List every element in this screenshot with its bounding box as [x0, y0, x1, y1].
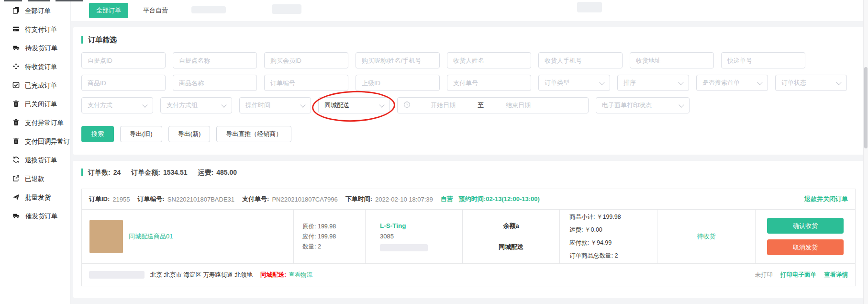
filter-row-3: 支付方式 支付方式组 操作时间 同城配送 开始日期 至 结束日期 电子面单打印状…: [81, 97, 856, 113]
order-tabbar: 全部订单 平台自营: [71, 0, 868, 21]
eorder-print-status-select[interactable]: 电子面单打印状态: [596, 97, 690, 113]
freight-total-label: 运费:: [198, 169, 214, 176]
sidebar-item-urge-ship-orders[interactable]: 催发货订单: [0, 207, 70, 225]
tab-platform-self[interactable]: 平台自营: [143, 6, 168, 15]
trash-icon: [12, 119, 20, 127]
orders-count-value: 24: [113, 169, 121, 176]
product-id-input[interactable]: [81, 75, 166, 91]
buyer-uid: 3085: [380, 233, 462, 240]
order-id-label: 订单ID:: [89, 195, 110, 203]
sidebar-item-callback-exception-orders[interactable]: 支付回调异常订单: [0, 132, 70, 151]
end-date-placeholder: 结束日期: [506, 101, 531, 110]
product-name-input[interactable]: [173, 75, 257, 91]
product-name-link[interactable]: 同城配送商品01: [129, 232, 173, 241]
sidebar-item-to-receive-orders[interactable]: 待收货订单: [0, 57, 70, 76]
sidebar-item-label: 支付回调异常订单: [25, 137, 70, 146]
cancel-ship-button[interactable]: 取消发货: [767, 239, 844, 255]
due-price-value: 199.98: [318, 233, 336, 240]
order-status-select[interactable]: 订单状态: [775, 75, 847, 91]
order-id-value: 21955: [112, 196, 130, 203]
pickup-name-input[interactable]: [173, 52, 257, 68]
subtotal-value: ￥199.98: [597, 214, 621, 220]
pay-no-label: 支付单号:: [242, 195, 269, 203]
order-type-select[interactable]: 订单类型: [538, 75, 610, 91]
filter-row-2: 订单类型 排序 是否搜索首单 订单状态: [81, 75, 856, 91]
buyer-member-id-input[interactable]: [264, 52, 348, 68]
tab-all-orders[interactable]: 全部订单: [89, 3, 128, 18]
confirm-receive-button[interactable]: 确认收货: [767, 218, 844, 234]
scrollbar-thumb[interactable]: [864, 67, 868, 148]
chevron-down-icon: [142, 102, 147, 107]
print-state-text: 未打印: [755, 271, 773, 279]
pay-no-value: PN2202101807CA7996: [272, 196, 337, 203]
chevron-down-icon: [221, 102, 226, 107]
pay-type-value: 余额a: [503, 222, 519, 230]
order-sn-value: SN2202101807BADE31: [167, 196, 234, 203]
receiver-address-input[interactable]: [630, 52, 714, 68]
buyer-nickname-link[interactable]: L-S-Ting: [380, 222, 462, 229]
order-list-panel: 订单数:24 订单金额:1534.51 运费:485.00 订单ID: 2195…: [73, 161, 864, 298]
due-price-label: 应付:: [302, 233, 316, 240]
chevron-down-icon: [379, 102, 384, 107]
order-freight-label: 运费:: [569, 226, 583, 233]
chevron-down-icon: [757, 79, 762, 85]
sort-select[interactable]: 排序: [617, 75, 689, 91]
pay-delivery-column: 余额a 同城配送: [463, 210, 560, 263]
order-filter-panel: 订单筛选 订单类型 排序 是否搜索首单 订单状态 支付方式: [73, 27, 864, 155]
truck-icon: [12, 212, 20, 221]
order-sn-input[interactable]: [264, 75, 348, 91]
sidebar-item-to-ship-orders[interactable]: 待发货订单: [0, 39, 70, 57]
reserve-time-text: 预约时间:02-13(12:00-13:00): [459, 195, 540, 203]
export-new-button[interactable]: 导出(新): [168, 126, 211, 142]
vertical-scrollbar: [863, 0, 868, 304]
receiver-name-input[interactable]: [447, 52, 531, 68]
print-eorder-link[interactable]: 打印电子面单: [780, 271, 816, 279]
top-cutoff-fragment: [28, 0, 50, 1]
operate-time-select[interactable]: 操作时间: [239, 97, 311, 113]
receiver-address-text: 北京 北京市 海淀区 万寿路街道 北领地: [150, 271, 253, 279]
orig-price-label: 原价:: [302, 223, 316, 230]
sidebar-item-label: 全部订单: [25, 7, 51, 15]
pay-method-select[interactable]: 支付方式: [81, 97, 153, 113]
view-detail-link[interactable]: 查看详情: [824, 271, 848, 279]
sidebar-item-pay-exception-orders[interactable]: 支付异常订单: [0, 113, 70, 132]
buyer-nickname-input[interactable]: [356, 52, 440, 68]
self-operated-tag: 自营: [441, 195, 453, 203]
payable-value: ￥94.99: [590, 239, 612, 246]
first-order-select[interactable]: 是否搜索首单: [696, 75, 768, 91]
pickup-id-input[interactable]: [81, 52, 166, 68]
sidebar-item-label: 已关闭订单: [25, 100, 57, 109]
trash-icon: [12, 100, 20, 109]
sidebar-item-label: 已完成订单: [25, 81, 57, 90]
express-no-input[interactable]: [721, 52, 805, 68]
refund-close-link[interactable]: 退款并关闭订单: [804, 195, 848, 203]
date-range-picker[interactable]: 开始日期 至 结束日期: [397, 97, 589, 113]
order-summary: 订单数:24 订单金额:1534.51 运费:485.00: [81, 169, 856, 176]
export-direct-button[interactable]: 导出直推（经销商）: [216, 126, 291, 142]
filter-buttons-row: 搜索 导出(旧) 导出(新) 导出直推（经销商）: [81, 126, 856, 142]
receiver-phone-input[interactable]: [538, 52, 623, 68]
pay-method-group-select[interactable]: 支付方式组: [160, 97, 232, 113]
search-button[interactable]: 搜索: [81, 126, 114, 142]
amounts-column: 商品小计: ￥199.98 运费: ￥0.00 应付款: ￥94.99 订单商品…: [560, 210, 657, 263]
sidebar-item-unpaid-orders[interactable]: 待支付订单: [0, 20, 70, 39]
pay-no-input[interactable]: [447, 75, 531, 91]
sidebar-item-all-orders[interactable]: 全部订单: [0, 1, 70, 20]
sidebar-item-refunded[interactable]: 已退款: [0, 169, 70, 188]
export-old-button[interactable]: 导出(旧): [120, 126, 162, 142]
sidebar-item-return-exchange-orders[interactable]: 退换货订单: [0, 151, 70, 169]
subtotal-label: 商品小计:: [569, 214, 595, 220]
sidebar-item-batch-ship[interactable]: 批量发货: [0, 188, 70, 207]
city-delivery-tag: 同城配送:: [260, 271, 286, 279]
parent-id-input[interactable]: [356, 75, 440, 91]
orders-amount-label: 订单金额:: [131, 169, 160, 176]
sidebar-item-closed-orders[interactable]: 已关闭订单: [0, 95, 70, 113]
redacted-buyer-info: [380, 244, 428, 251]
view-logistics-link[interactable]: 查看物流: [289, 271, 312, 279]
sidebar-item-completed-orders[interactable]: 已完成订单: [0, 76, 70, 95]
filter-section-title: 订单筛选: [81, 36, 856, 44]
city-delivery-select[interactable]: 同城配送: [318, 97, 390, 113]
chevron-down-icon: [599, 79, 604, 85]
product-column: 同城配送商品01: [82, 210, 294, 263]
copy-icon: [12, 7, 20, 15]
